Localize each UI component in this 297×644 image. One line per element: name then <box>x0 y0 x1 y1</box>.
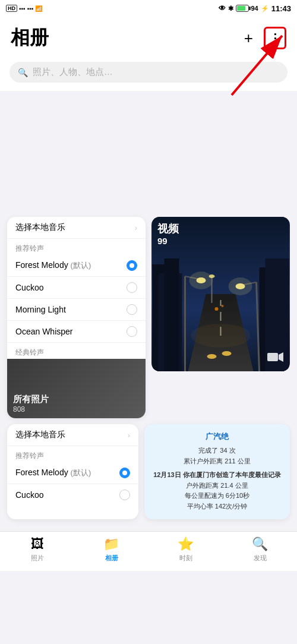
svg-rect-27 <box>267 353 278 361</box>
main-content: 选择本地音乐 › 推荐铃声 Forest Melody (默认) Cuckoo … <box>0 91 297 519</box>
svg-point-25 <box>222 305 224 307</box>
music-item-morning[interactable]: Morning Light <box>7 299 146 321</box>
music-name-forest-2: Forest Melody (默认) <box>15 468 91 478</box>
battery-percent: 94 <box>251 5 258 12</box>
discover-label: 发现 <box>254 554 267 563</box>
nav-discover[interactable]: 🔍 发现 <box>223 536 297 563</box>
wifi-icon: 📶 <box>35 5 42 12</box>
music-item-cuckoo-2[interactable]: Cuckoo <box>7 484 138 506</box>
music-item-forest[interactable]: Forest Melody (默认) <box>7 255 146 277</box>
music-item-forest-2[interactable]: Forest Melody (默认) <box>7 462 138 484</box>
chevron-icon: › <box>135 223 137 232</box>
charging-icon: ⚡ <box>261 5 269 12</box>
activity-line-3: 12月13日 你在厦门市创造了本年度最佳记录 <box>151 470 283 481</box>
svg-rect-9 <box>165 258 179 371</box>
battery-indicator <box>236 5 249 12</box>
svg-point-19 <box>229 277 252 295</box>
all-photos-count: 808 <box>13 405 140 413</box>
hd-indicator: HD <box>6 5 17 12</box>
music-item-ocean[interactable]: Ocean Whisper <box>7 321 146 343</box>
svg-point-23 <box>222 351 232 356</box>
bottom-nav: 🖼 照片 📁 相册 ⭐ 时刻 🔍 发现 <box>0 531 297 571</box>
svg-marker-28 <box>279 352 283 362</box>
nav-albums[interactable]: 📁 相册 <box>74 536 148 563</box>
radio-cuckoo[interactable] <box>127 282 137 293</box>
all-photos-card[interactable]: 所有照片 808 <box>7 359 146 418</box>
chevron-icon-2: › <box>128 431 130 440</box>
moments-icon: ⭐ <box>178 536 194 552</box>
albums-icon: 📁 <box>103 536 119 552</box>
radio-forest-2[interactable] <box>119 468 130 478</box>
local-music-label: 选择本地音乐 <box>15 222 65 233</box>
discover-icon: 🔍 <box>252 536 268 552</box>
status-left: HD ▪▪▪ ▪▪▪ 📶 <box>6 5 42 12</box>
photos-icon: 🖼 <box>31 536 44 552</box>
recommended-section-title: 推荐铃声 <box>7 239 146 255</box>
radio-forest[interactable] <box>127 260 137 271</box>
local-music-selector[interactable]: 选择本地音乐 › <box>7 217 146 239</box>
radio-morning[interactable] <box>127 304 137 315</box>
video-card-info: 视频 99 <box>157 222 179 246</box>
svg-point-26 <box>191 324 251 348</box>
photos-label: 照片 <box>31 554 44 563</box>
eye-icon: 👁 <box>219 4 226 12</box>
header: 相册 + ⋮ <box>0 17 297 57</box>
recommended-section-title-2: 推荐铃声 <box>7 446 138 462</box>
local-music-selector-2[interactable]: 选择本地音乐 › <box>7 424 138 446</box>
status-right: 👁 ✱ 94 ⚡ 11:43 <box>219 4 292 13</box>
header-actions: + ⋮ <box>243 27 286 49</box>
svg-point-21 <box>209 274 215 278</box>
panel-row-1: 选择本地音乐 › 推荐铃声 Forest Melody (默认) Cuckoo … <box>7 217 290 418</box>
video-camera-icon <box>267 351 284 365</box>
svg-point-24 <box>215 307 219 311</box>
bluetooth-icon: ✱ <box>228 5 233 12</box>
music-name-forest: Forest Melody (默认) <box>15 260 91 271</box>
music-name-ocean: Ocean Whisper <box>15 327 72 336</box>
nav-photos[interactable]: 🖼 照片 <box>0 536 74 563</box>
activity-card: 广汽绝 完成了 34 次 累计户外距离 211 公里 12月13日 你在厦门市创… <box>144 424 290 519</box>
add-button[interactable]: + <box>243 28 254 49</box>
activity-line-2: 累计户外距离 211 公里 <box>151 456 283 467</box>
music-name-morning: Morning Light <box>15 305 66 314</box>
nav-moments[interactable]: ⭐ 时刻 <box>148 536 223 563</box>
signal-2: ▪▪▪ <box>27 5 34 12</box>
music-item-cuckoo[interactable]: Cuckoo <box>7 277 146 299</box>
svg-point-22 <box>207 354 217 359</box>
search-icon: 🔍 <box>18 68 28 77</box>
page-title: 相册 <box>11 25 49 51</box>
music-selector-panel: 选择本地音乐 › 推荐铃声 Forest Melody (默认) Cuckoo … <box>7 217 146 418</box>
search-container: 🔍 照片、人物、地点… <box>0 57 297 91</box>
music-name-cuckoo-2: Cuckoo <box>15 490 43 500</box>
activity-line-1: 完成了 34 次 <box>151 446 283 456</box>
radio-cuckoo-2[interactable] <box>119 490 130 500</box>
search-bar[interactable]: 🔍 照片、人物、地点… <box>10 62 287 83</box>
activity-line-6: 平均心率 142次/分钟 <box>151 501 283 512</box>
activity-line-4: 户外跑距离 21.4 公里 <box>151 481 283 491</box>
activity-line-5: 每公里配速为 6分10秒 <box>151 491 283 501</box>
albums-label: 相册 <box>105 554 118 563</box>
moments-label: 时刻 <box>179 554 192 563</box>
activity-title: 广汽绝 <box>151 431 283 442</box>
time-display: 11:43 <box>271 4 291 13</box>
panel-row-2: 选择本地音乐 › 推荐铃声 Forest Melody (默认) Cuckoo … <box>7 424 290 519</box>
night-scene-card[interactable]: 视频 99 <box>151 217 290 371</box>
search-placeholder-text: 照片、人物、地点… <box>33 67 113 78</box>
classic-section-title: 经典铃声 <box>7 344 146 359</box>
music-selector-panel-2: 选择本地音乐 › 推荐铃声 Forest Melody (默认) Cuckoo <box>7 424 138 519</box>
all-photos-title: 所有照片 <box>13 394 140 405</box>
music-name-cuckoo: Cuckoo <box>15 283 43 292</box>
radio-ocean[interactable] <box>127 326 137 337</box>
svg-point-15 <box>189 272 213 289</box>
signal-1: ▪▪▪ <box>19 5 26 12</box>
local-music-label-2: 选择本地音乐 <box>15 430 65 440</box>
more-button-wrapper: ⋮ <box>264 27 286 49</box>
status-bar: HD ▪▪▪ ▪▪▪ 📶 👁 ✱ 94 ⚡ 11:43 <box>0 0 297 17</box>
more-button[interactable]: ⋮ <box>268 30 282 46</box>
